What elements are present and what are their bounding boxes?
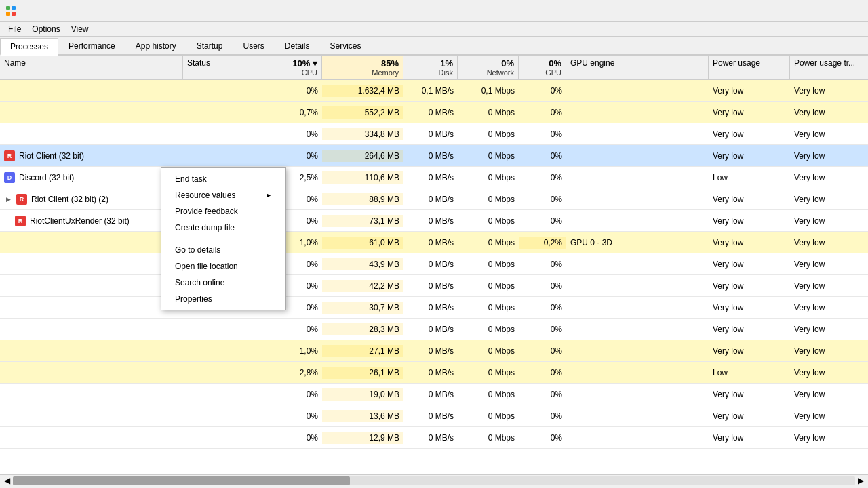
cm-provide-feedback[interactable]: Provide feedback — [161, 203, 285, 220]
svg-rect-0 — [6, 6, 10, 10]
svg-rect-2 — [6, 12, 10, 16]
table-row[interactable]: 0%42,2 MB0 MB/s0 Mbps0%Very lowVery low — [0, 275, 868, 297]
table-row[interactable]: ▶RRiot Client (32 bit) (2)0%88,9 MB0 MB/… — [0, 188, 868, 210]
col-name[interactable]: Name — [0, 56, 183, 79]
table-row[interactable]: DDiscord (32 bit)2,5%110,6 MB0 MB/s0 Mbp… — [0, 167, 868, 188]
process-icon: D — [4, 172, 15, 183]
tab-users[interactable]: Users — [233, 37, 274, 54]
tab-services[interactable]: Services — [320, 37, 372, 54]
process-icon: R — [16, 194, 27, 205]
tab-processes[interactable]: Processes — [0, 38, 58, 56]
menu-bar: File Options View — [0, 22, 868, 37]
tab-startup[interactable]: Startup — [186, 37, 233, 54]
table-row[interactable]: 0%43,9 MB0 MB/s0 Mbps0%Very lowVery low — [0, 253, 868, 275]
table-row[interactable]: 2,8%26,1 MB0 MB/s0 Mbps0%LowVery low — [0, 362, 868, 384]
table-row[interactable]: 0%30,7 MB0 MB/s0 Mbps0%Very lowVery low — [0, 297, 868, 319]
cm-resource-values[interactable]: Resource values► — [161, 187, 285, 203]
cm-end-task[interactable]: End task — [161, 171, 285, 187]
table-row[interactable]: 0%13,6 MB0 MB/s0 Mbps0%Very lowVery low — [0, 405, 868, 427]
col-cpu[interactable]: 10% ▾ CPU — [271, 56, 322, 79]
table-row[interactable]: 0,7%552,2 MB0 MB/s0 Mbps0%Very lowVery l… — [0, 102, 868, 123]
svg-rect-3 — [12, 12, 16, 16]
col-gpu[interactable]: 0% GPU — [519, 56, 566, 79]
table-row[interactable]: RRiot Client (32 bit)0%264,6 MB0 MB/s0 M… — [0, 145, 868, 167]
svg-rect-1 — [12, 6, 16, 10]
table-row[interactable]: 1,0%27,1 MB0 MB/s0 Mbps0%Very lowVery lo… — [0, 340, 868, 362]
title-bar — [0, 0, 868, 22]
table-row[interactable]: 0%28,3 MB0 MB/s0 Mbps0%Very lowVery low — [0, 319, 868, 340]
horizontal-scrollbar[interactable]: ◀ ▶ — [0, 474, 868, 486]
processes-table: Name Status 10% ▾ CPU 85% Memory 1% Disk… — [0, 56, 868, 474]
table-row[interactable]: 0%19,0 MB0 MB/s0 Mbps0%Very lowVery low — [0, 384, 868, 405]
scroll-track[interactable] — [13, 476, 855, 485]
menu-view[interactable]: View — [66, 23, 94, 35]
app-icon — [5, 5, 16, 16]
menu-file[interactable]: File — [3, 23, 26, 35]
scroll-right-btn[interactable]: ▶ — [855, 475, 867, 487]
expand-arrow[interactable]: ▶ — [4, 195, 12, 203]
col-gpu-engine[interactable]: GPU engine — [566, 56, 709, 79]
col-network[interactable]: 0% Network — [458, 56, 519, 79]
close-button[interactable] — [831, 0, 863, 22]
table-row[interactable]: 0%334,8 MB0 MB/s0 Mbps0%Very lowVery low — [0, 123, 868, 145]
table-row[interactable]: RRiotClientUxRender (32 bit)0%73,1 MB0 M… — [0, 210, 868, 232]
cm-separator-1 — [161, 239, 285, 239]
col-status[interactable]: Status — [183, 56, 271, 79]
window-controls — [766, 0, 863, 22]
col-power-trend[interactable]: Power usage tr... — [790, 56, 868, 79]
process-icon: R — [15, 216, 26, 226]
tab-app-history[interactable]: App history — [125, 37, 186, 54]
cm-properties[interactable]: Properties — [161, 291, 285, 307]
cm-search-online[interactable]: Search online — [161, 274, 285, 291]
process-icon: R — [4, 150, 15, 161]
tab-bar: Processes Performance App history Startu… — [0, 37, 868, 56]
col-memory[interactable]: 85% Memory — [322, 56, 403, 79]
table-row[interactable]: 0%1.632,4 MB0,1 MB/s0,1 Mbps0%Very lowVe… — [0, 80, 868, 102]
cm-go-to-details[interactable]: Go to details — [161, 242, 285, 258]
tab-details[interactable]: Details — [275, 37, 320, 54]
table-body: 0%1.632,4 MB0,1 MB/s0,1 Mbps0%Very lowVe… — [0, 80, 868, 464]
cm-create-dump[interactable]: Create dump file — [161, 220, 285, 236]
col-power[interactable]: Power usage — [709, 56, 790, 79]
tab-performance[interactable]: Performance — [58, 37, 125, 54]
minimize-button[interactable] — [766, 0, 797, 22]
cm-open-file-location[interactable]: Open file location — [161, 258, 285, 274]
scroll-thumb[interactable] — [13, 476, 350, 485]
table-header: Name Status 10% ▾ CPU 85% Memory 1% Disk… — [0, 56, 868, 80]
table-row[interactable]: 0%12,9 MB0 MB/s0 Mbps0%Very lowVery low — [0, 427, 868, 449]
menu-options[interactable]: Options — [26, 23, 65, 35]
context-menu: End task Resource values► Provide feedba… — [161, 167, 286, 310]
maximize-button[interactable] — [799, 0, 830, 22]
scroll-left-btn[interactable]: ◀ — [1, 475, 13, 487]
col-disk[interactable]: 1% Disk — [403, 56, 458, 79]
table-row[interactable]: 1,0%61,0 MB0 MB/s0 Mbps0,2%GPU 0 - 3DVer… — [0, 232, 868, 253]
